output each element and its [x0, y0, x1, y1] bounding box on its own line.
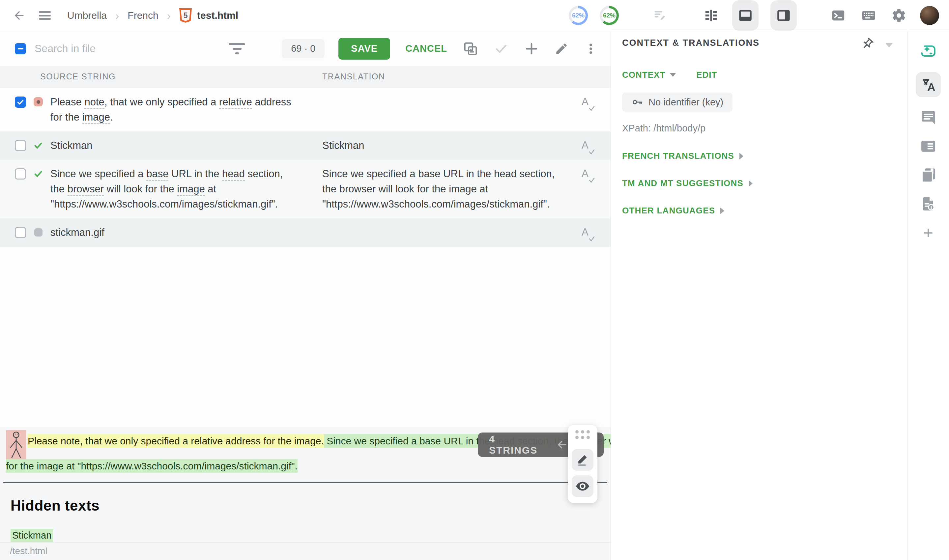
hamburger-icon	[39, 11, 51, 20]
plus-icon: +	[923, 224, 933, 242]
row-checkbox[interactable]	[15, 97, 26, 108]
row-checkbox[interactable]	[15, 168, 26, 180]
add-string-button[interactable]	[524, 42, 539, 56]
back-arrow-icon	[12, 9, 26, 22]
spellcheck-icon[interactable]: A	[581, 226, 595, 242]
table-row[interactable]: StickmanStickmanA	[0, 131, 611, 160]
avatar[interactable]	[920, 6, 939, 25]
row-checkbox[interactable]	[15, 227, 26, 238]
spellcheck-icon[interactable]: A	[581, 168, 595, 183]
tasks-button[interactable]	[651, 6, 670, 25]
source-string[interactable]: Stickman	[51, 138, 297, 153]
sidebar-tabs: CONTEXT EDIT	[622, 70, 907, 80]
prev-page-button[interactable]	[556, 438, 568, 451]
cancel-button[interactable]: CANCEL	[405, 43, 447, 54]
tab-edit[interactable]: EDIT	[696, 70, 717, 80]
file-path: /test.html	[10, 546, 48, 556]
table-row[interactable]: stickman.gifA	[0, 218, 611, 247]
confirm-button[interactable]	[494, 42, 508, 56]
terminal-icon	[831, 8, 846, 23]
spellcheck-icon[interactable]: A	[581, 96, 595, 111]
duplicate-button[interactable]	[463, 41, 478, 56]
table-row[interactable]: Please note, that we only specified a re…	[0, 88, 611, 131]
chevron-right-icon: ›	[116, 9, 119, 22]
translated-status-icon	[33, 169, 43, 179]
columns-view-button[interactable]	[702, 6, 720, 25]
search-input[interactable]	[35, 43, 199, 55]
preview-visibility-button[interactable]	[572, 475, 593, 497]
select-all-checkbox[interactable]	[15, 43, 26, 54]
string-counter: 69 · 0	[282, 39, 325, 58]
identifier-label: No identifier (key)	[649, 97, 723, 108]
settings-button[interactable]	[890, 6, 908, 25]
right-panel-toggle[interactable]	[770, 0, 797, 31]
highlight-toggle-button[interactable]	[572, 449, 593, 471]
spellcheck-icon[interactable]: A	[581, 139, 595, 154]
statusbar-divider	[0, 542, 611, 543]
preview-divider	[3, 482, 607, 483]
menu-button[interactable]	[35, 6, 54, 25]
string-details-button[interactable]	[920, 138, 937, 154]
translations-panel-button[interactable]	[916, 72, 941, 97]
hidden-text-item[interactable]: Stickman	[11, 529, 53, 542]
section-french-translations[interactable]: FRENCH TRANSLATIONS	[622, 151, 907, 161]
eye-icon	[575, 478, 590, 494]
duplicate-icon	[463, 41, 478, 56]
untranslated-status-icon	[34, 97, 43, 106]
section-other-languages[interactable]: OTHER LANGUAGES	[622, 206, 907, 216]
bottom-panel-icon	[738, 8, 753, 23]
collapse-caret-icon[interactable]	[886, 43, 893, 48]
translation-string[interactable]: Stickman	[322, 138, 561, 153]
preview-tools-panel	[568, 425, 598, 503]
filter-icon[interactable]	[229, 43, 245, 54]
html5-file-icon: 5	[179, 8, 192, 23]
more-options-button[interactable]	[584, 42, 598, 55]
add-panel-button[interactable]: +	[923, 224, 933, 242]
columns-view-icon	[704, 8, 719, 23]
source-string[interactable]: stickman.gif	[51, 225, 297, 240]
tools-rail: +	[907, 31, 949, 560]
back-button[interactable]	[10, 6, 28, 25]
chevron-right-icon: ›	[167, 9, 171, 22]
chevron-down-icon	[670, 73, 676, 77]
source-string[interactable]: Please note, that we only specified a re…	[51, 95, 297, 125]
shortcuts-button[interactable]	[860, 6, 878, 25]
translation-string[interactable]: Since we specified a base URL in the hea…	[322, 166, 561, 212]
terminal-button[interactable]	[829, 6, 847, 25]
keyboard-icon	[861, 8, 876, 23]
pin-button[interactable]	[860, 37, 874, 52]
kebab-icon	[584, 42, 598, 55]
xpath-label: XPath: /html/body/p	[622, 123, 907, 134]
column-source: SOURCE STRING	[40, 72, 116, 82]
chevron-right-icon	[739, 153, 743, 160]
glossary-panel-button[interactable]	[920, 167, 937, 183]
column-translation: TRANSLATION	[322, 72, 385, 82]
save-button[interactable]: SAVE	[338, 38, 390, 60]
breadcrumb-language[interactable]: French	[128, 10, 158, 21]
progress-ring-translated[interactable]: 62%	[569, 6, 588, 25]
breadcrumb-project[interactable]: Umbrella	[67, 10, 107, 21]
editor-pane: 69 · 0 SAVE CANCEL SOURCE STRING TRANSLA…	[0, 31, 611, 560]
hidden-texts-list: Stickman	[0, 514, 611, 542]
section-tm-mt-suggestions[interactable]: TM AND MT SUGGESTIONS	[622, 178, 907, 188]
progress-ring-reviewed[interactable]: 62%	[600, 6, 619, 25]
highlighter-icon	[575, 452, 590, 467]
chevron-right-icon	[749, 180, 753, 187]
source-string[interactable]: Since we specified a base URL in the hea…	[51, 166, 297, 212]
comments-panel-button[interactable]	[920, 110, 936, 126]
edit-button[interactable]	[555, 42, 568, 56]
drag-handle-icon[interactable]	[575, 430, 590, 439]
identifier-chip[interactable]: No identifier (key)	[622, 92, 732, 112]
breadcrumb-file[interactable]: 5 test.html	[179, 8, 238, 23]
preview-highlight-yellow[interactable]: Please note, that we only specified a re…	[28, 434, 324, 448]
tab-context[interactable]: CONTEXT	[622, 70, 676, 80]
context-sidebar: CONTEXT & TRANSLATIONS CONTEXT EDIT No i…	[611, 31, 907, 560]
ai-assistant-button[interactable]	[920, 43, 937, 60]
file-info-button[interactable]	[920, 196, 936, 212]
stickman-image	[6, 430, 26, 459]
glossary-icon	[920, 167, 937, 183]
bottom-panel-toggle[interactable]	[732, 0, 758, 31]
translated-status-icon	[33, 141, 43, 151]
table-row[interactable]: Since we specified a base URL in the hea…	[0, 160, 611, 218]
row-checkbox[interactable]	[15, 140, 26, 151]
